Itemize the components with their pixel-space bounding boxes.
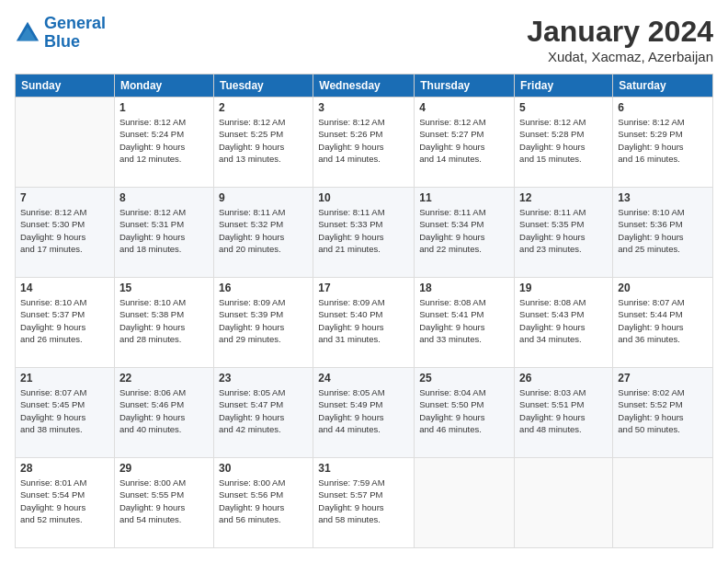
calendar-cell: 29Sunrise: 8:00 AM Sunset: 5:55 PM Dayli… bbox=[114, 458, 213, 548]
calendar-cell: 3Sunrise: 8:12 AM Sunset: 5:26 PM Daylig… bbox=[313, 98, 415, 188]
day-info: Sunrise: 8:12 AM Sunset: 5:30 PM Dayligh… bbox=[20, 206, 109, 255]
calendar-cell: 18Sunrise: 8:08 AM Sunset: 5:41 PM Dayli… bbox=[415, 278, 515, 368]
day-number: 28 bbox=[20, 462, 109, 475]
calendar-cell: 17Sunrise: 8:09 AM Sunset: 5:40 PM Dayli… bbox=[313, 278, 415, 368]
calendar-cell: 15Sunrise: 8:10 AM Sunset: 5:38 PM Dayli… bbox=[114, 278, 213, 368]
day-number: 12 bbox=[519, 191, 608, 204]
day-number: 16 bbox=[219, 282, 308, 294]
calendar-cell: 12Sunrise: 8:11 AM Sunset: 5:35 PM Dayli… bbox=[515, 188, 613, 278]
day-number: 8 bbox=[119, 191, 209, 204]
calendar-week-row: 14Sunrise: 8:10 AM Sunset: 5:37 PM Dayli… bbox=[16, 278, 713, 368]
weekday-header: Sunday bbox=[16, 75, 115, 98]
day-info: Sunrise: 8:12 AM Sunset: 5:31 PM Dayligh… bbox=[119, 206, 209, 255]
day-info: Sunrise: 8:10 AM Sunset: 5:36 PM Dayligh… bbox=[618, 206, 708, 255]
day-number: 19 bbox=[519, 282, 608, 294]
day-number: 20 bbox=[618, 282, 708, 294]
day-info: Sunrise: 8:11 AM Sunset: 5:32 PM Dayligh… bbox=[219, 206, 308, 255]
calendar-cell: 16Sunrise: 8:09 AM Sunset: 5:39 PM Dayli… bbox=[213, 278, 313, 368]
calendar-cell: 1Sunrise: 8:12 AM Sunset: 5:24 PM Daylig… bbox=[114, 98, 213, 188]
day-number: 14 bbox=[20, 282, 109, 294]
weekday-header: Friday bbox=[515, 75, 613, 98]
calendar-cell: 9Sunrise: 8:11 AM Sunset: 5:32 PM Daylig… bbox=[213, 188, 313, 278]
day-number: 25 bbox=[419, 372, 509, 385]
day-info: Sunrise: 8:05 AM Sunset: 5:49 PM Dayligh… bbox=[318, 386, 409, 435]
calendar-cell: 31Sunrise: 7:59 AM Sunset: 5:57 PM Dayli… bbox=[313, 458, 415, 548]
weekday-header: Saturday bbox=[613, 75, 713, 98]
calendar-cell: 20Sunrise: 8:07 AM Sunset: 5:44 PM Dayli… bbox=[613, 278, 713, 368]
calendar-cell: 27Sunrise: 8:02 AM Sunset: 5:52 PM Dayli… bbox=[613, 368, 713, 458]
day-info: Sunrise: 8:10 AM Sunset: 5:37 PM Dayligh… bbox=[20, 296, 109, 345]
day-number: 13 bbox=[618, 191, 708, 204]
logo-text: General Blue bbox=[44, 15, 106, 52]
calendar-cell: 19Sunrise: 8:08 AM Sunset: 5:43 PM Dayli… bbox=[515, 278, 613, 368]
day-number: 27 bbox=[618, 372, 708, 385]
calendar-cell: 28Sunrise: 8:01 AM Sunset: 5:54 PM Dayli… bbox=[16, 458, 115, 548]
day-number: 11 bbox=[419, 191, 509, 204]
calendar-cell bbox=[415, 458, 515, 548]
day-info: Sunrise: 8:07 AM Sunset: 5:45 PM Dayligh… bbox=[20, 386, 109, 435]
day-number: 7 bbox=[20, 191, 109, 204]
day-info: Sunrise: 8:03 AM Sunset: 5:51 PM Dayligh… bbox=[519, 386, 608, 435]
weekday-header: Monday bbox=[114, 75, 213, 98]
day-info: Sunrise: 8:06 AM Sunset: 5:46 PM Dayligh… bbox=[119, 386, 209, 435]
day-number: 31 bbox=[318, 462, 409, 475]
location-subtitle: Xudat, Xacmaz, Azerbaijan bbox=[527, 49, 713, 64]
day-number: 30 bbox=[219, 462, 308, 475]
day-info: Sunrise: 8:08 AM Sunset: 5:43 PM Dayligh… bbox=[519, 296, 608, 345]
day-info: Sunrise: 8:11 AM Sunset: 5:33 PM Dayligh… bbox=[318, 206, 409, 255]
calendar-week-row: 7Sunrise: 8:12 AM Sunset: 5:30 PM Daylig… bbox=[16, 188, 713, 278]
calendar-cell: 7Sunrise: 8:12 AM Sunset: 5:30 PM Daylig… bbox=[16, 188, 115, 278]
calendar-week-row: 21Sunrise: 8:07 AM Sunset: 5:45 PM Dayli… bbox=[16, 368, 713, 458]
calendar-cell: 6Sunrise: 8:12 AM Sunset: 5:29 PM Daylig… bbox=[613, 98, 713, 188]
weekday-header-row: SundayMondayTuesdayWednesdayThursdayFrid… bbox=[16, 75, 713, 98]
day-number: 17 bbox=[318, 282, 409, 294]
calendar-cell: 22Sunrise: 8:06 AM Sunset: 5:46 PM Dayli… bbox=[114, 368, 213, 458]
day-number: 6 bbox=[618, 101, 708, 114]
day-info: Sunrise: 8:10 AM Sunset: 5:38 PM Dayligh… bbox=[119, 296, 209, 345]
calendar-cell: 23Sunrise: 8:05 AM Sunset: 5:47 PM Dayli… bbox=[213, 368, 313, 458]
calendar-cell bbox=[613, 458, 713, 548]
day-info: Sunrise: 8:12 AM Sunset: 5:27 PM Dayligh… bbox=[419, 116, 509, 165]
day-info: Sunrise: 8:08 AM Sunset: 5:41 PM Dayligh… bbox=[419, 296, 509, 345]
day-info: Sunrise: 8:09 AM Sunset: 5:39 PM Dayligh… bbox=[219, 296, 308, 345]
day-info: Sunrise: 8:00 AM Sunset: 5:55 PM Dayligh… bbox=[119, 477, 209, 525]
day-number: 18 bbox=[419, 282, 509, 294]
day-number: 22 bbox=[119, 372, 209, 385]
day-info: Sunrise: 7:59 AM Sunset: 5:57 PM Dayligh… bbox=[318, 477, 409, 525]
calendar-cell: 25Sunrise: 8:04 AM Sunset: 5:50 PM Dayli… bbox=[415, 368, 515, 458]
calendar-cell bbox=[515, 458, 613, 548]
calendar-cell: 11Sunrise: 8:11 AM Sunset: 5:34 PM Dayli… bbox=[415, 188, 515, 278]
day-number: 5 bbox=[519, 101, 608, 114]
calendar-week-row: 1Sunrise: 8:12 AM Sunset: 5:24 PM Daylig… bbox=[16, 98, 713, 188]
calendar-cell: 14Sunrise: 8:10 AM Sunset: 5:37 PM Dayli… bbox=[16, 278, 115, 368]
day-number: 9 bbox=[219, 191, 308, 204]
day-number: 23 bbox=[219, 372, 308, 385]
calendar-week-row: 28Sunrise: 8:01 AM Sunset: 5:54 PM Dayli… bbox=[16, 458, 713, 548]
day-info: Sunrise: 8:11 AM Sunset: 5:34 PM Dayligh… bbox=[419, 206, 509, 255]
day-number: 3 bbox=[318, 101, 409, 114]
day-info: Sunrise: 8:04 AM Sunset: 5:50 PM Dayligh… bbox=[419, 386, 509, 435]
calendar-cell: 4Sunrise: 8:12 AM Sunset: 5:27 PM Daylig… bbox=[415, 98, 515, 188]
day-info: Sunrise: 8:02 AM Sunset: 5:52 PM Dayligh… bbox=[618, 386, 708, 435]
day-info: Sunrise: 8:11 AM Sunset: 5:35 PM Dayligh… bbox=[519, 206, 608, 255]
day-number: 15 bbox=[119, 282, 209, 294]
page: General Blue January 2024 Xudat, Xacmaz,… bbox=[0, 0, 728, 563]
month-title: January 2024 bbox=[527, 15, 713, 49]
day-info: Sunrise: 8:09 AM Sunset: 5:40 PM Dayligh… bbox=[318, 296, 409, 345]
calendar-cell: 10Sunrise: 8:11 AM Sunset: 5:33 PM Dayli… bbox=[313, 188, 415, 278]
calendar-cell: 26Sunrise: 8:03 AM Sunset: 5:51 PM Dayli… bbox=[515, 368, 613, 458]
calendar-table: SundayMondayTuesdayWednesdayThursdayFrid… bbox=[15, 74, 713, 548]
day-info: Sunrise: 8:12 AM Sunset: 5:24 PM Dayligh… bbox=[119, 116, 209, 165]
calendar-cell: 13Sunrise: 8:10 AM Sunset: 5:36 PM Dayli… bbox=[613, 188, 713, 278]
day-info: Sunrise: 8:01 AM Sunset: 5:54 PM Dayligh… bbox=[20, 477, 109, 525]
day-number: 21 bbox=[20, 372, 109, 385]
weekday-header: Thursday bbox=[415, 75, 515, 98]
day-info: Sunrise: 8:05 AM Sunset: 5:47 PM Dayligh… bbox=[219, 386, 308, 435]
day-info: Sunrise: 8:12 AM Sunset: 5:25 PM Dayligh… bbox=[219, 116, 308, 165]
calendar-cell: 8Sunrise: 8:12 AM Sunset: 5:31 PM Daylig… bbox=[114, 188, 213, 278]
title-block: January 2024 Xudat, Xacmaz, Azerbaijan bbox=[527, 15, 713, 64]
weekday-header: Tuesday bbox=[213, 75, 313, 98]
day-info: Sunrise: 8:07 AM Sunset: 5:44 PM Dayligh… bbox=[618, 296, 708, 345]
calendar-cell: 24Sunrise: 8:05 AM Sunset: 5:49 PM Dayli… bbox=[313, 368, 415, 458]
logo-icon bbox=[15, 20, 40, 46]
